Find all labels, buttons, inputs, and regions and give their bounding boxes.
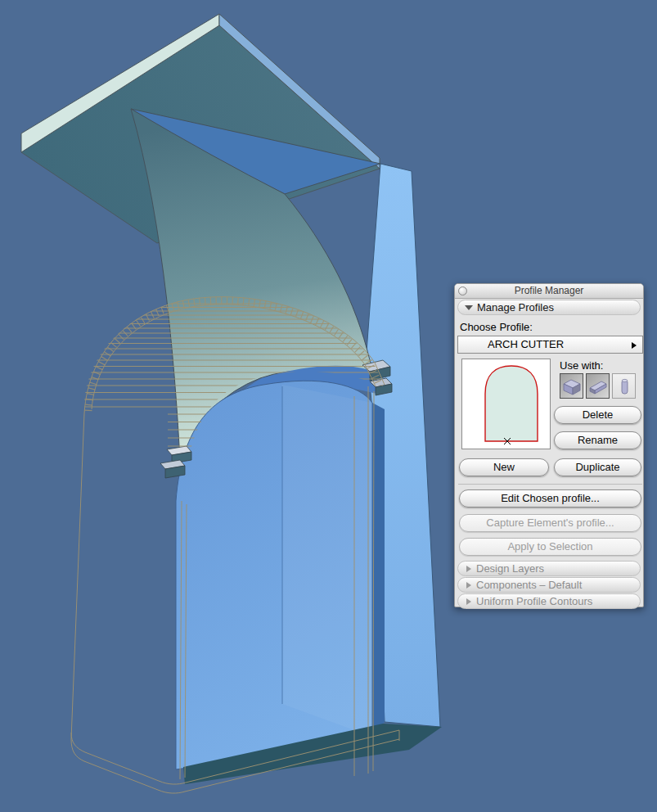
- profile-dropdown-value: ARCH CUTTER: [488, 338, 564, 350]
- profile-dropdown[interactable]: ARCH CUTTER: [457, 336, 643, 354]
- section-components-default[interactable]: Components – Default: [457, 577, 641, 593]
- choose-profile-label: Choose Profile:: [460, 321, 533, 333]
- use-with-beam-button[interactable]: [586, 373, 610, 399]
- section-design-layers[interactable]: Design Layers: [457, 561, 641, 576]
- section-uniform-profile-contours[interactable]: Uniform Profile Contours: [457, 593, 641, 609]
- edit-chosen-profile-button[interactable]: Edit Chosen profile...: [459, 489, 641, 508]
- components-default-label: Components – Default: [476, 579, 582, 591]
- use-with-icon-row: [560, 373, 636, 399]
- profile-preview: [461, 359, 551, 449]
- section-manage-profiles[interactable]: Manage Profiles: [457, 300, 641, 315]
- column-icon: [614, 376, 634, 397]
- chevron-down-icon: [465, 305, 473, 310]
- wall-icon: [562, 376, 582, 397]
- chevron-right-icon: [466, 582, 471, 589]
- dropdown-arrow-icon: [632, 342, 637, 349]
- profile-preview-drawing: [462, 359, 550, 449]
- use-with-wall-button[interactable]: [560, 373, 583, 399]
- profile-manager-window: Profile Manager Manage Profiles Choose P…: [454, 283, 644, 607]
- design-layers-label: Design Layers: [476, 562, 544, 575]
- new-button[interactable]: New: [459, 458, 549, 476]
- apply-to-selection-button[interactable]: Apply to Selection: [459, 538, 641, 556]
- chevron-right-icon: [466, 566, 471, 572]
- use-with-column-button[interactable]: [612, 373, 636, 399]
- beam-icon: [588, 376, 608, 397]
- duplicate-button[interactable]: Duplicate: [554, 458, 641, 476]
- manage-profiles-label: Manage Profiles: [477, 301, 554, 314]
- uniform-profile-contours-label: Uniform Profile Contours: [476, 595, 592, 607]
- window-title: Profile Manager: [455, 285, 643, 296]
- use-with-label: Use with:: [560, 359, 603, 372]
- delete-button[interactable]: Delete: [554, 406, 641, 424]
- rename-button[interactable]: Rename: [554, 431, 641, 449]
- arch-wall[interactable]: [176, 381, 372, 769]
- capture-element-profile-button[interactable]: Capture Element's profile...: [459, 514, 641, 532]
- chevron-right-icon: [466, 598, 471, 605]
- window-titlebar[interactable]: Profile Manager: [455, 284, 643, 299]
- divider: [458, 484, 642, 485]
